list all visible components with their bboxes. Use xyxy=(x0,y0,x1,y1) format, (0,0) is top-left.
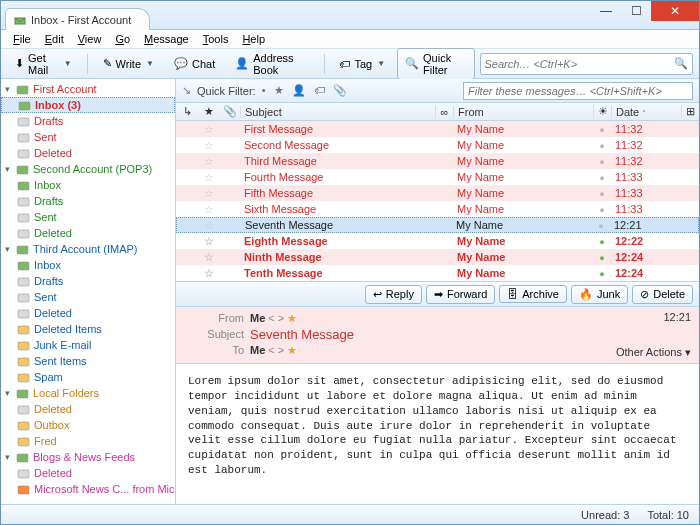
dot-icon[interactable]: • xyxy=(262,84,266,97)
menu-view[interactable]: View xyxy=(72,31,108,47)
col-from[interactable]: From xyxy=(453,106,593,118)
folder-row[interactable]: Sent xyxy=(1,289,175,305)
folder-row[interactable]: Deleted xyxy=(1,145,175,161)
col-date[interactable]: Date ˄ xyxy=(611,106,681,118)
folder-row[interactable]: Deleted xyxy=(1,401,175,417)
folder-row[interactable]: Spam xyxy=(1,369,175,385)
other-actions-button[interactable]: Other Actions ▾ xyxy=(616,346,691,359)
folder-row[interactable]: Sent xyxy=(1,209,175,225)
folder-row[interactable]: Deleted xyxy=(1,305,175,321)
twisty-icon[interactable]: ▾ xyxy=(3,244,12,254)
preview-body[interactable]: Lorem ipsum dolor sit amet, consectetur … xyxy=(176,364,699,504)
menu-help[interactable]: Help xyxy=(236,31,271,47)
folder-row[interactable]: Deleted xyxy=(1,225,175,241)
folder-row[interactable]: Drafts xyxy=(1,273,175,289)
account-row[interactable]: ▾Local Folders xyxy=(1,385,175,401)
chat-button[interactable]: 💬Chat xyxy=(166,53,223,74)
account-row[interactable]: ▾Blogs & News Feeds xyxy=(1,449,175,465)
star-icon[interactable]: ☆ xyxy=(198,235,220,248)
twisty-icon[interactable]: ▾ xyxy=(3,84,12,94)
menu-message[interactable]: Message xyxy=(138,31,195,47)
star-icon[interactable]: ☆ xyxy=(198,155,220,168)
folder-row[interactable]: Drafts xyxy=(1,193,175,209)
status-dot-icon[interactable] xyxy=(593,267,611,279)
star-icon[interactable]: ☆ xyxy=(198,123,220,136)
col-read[interactable]: ∞ xyxy=(435,106,453,118)
pin-icon[interactable]: ↘ xyxy=(182,84,191,97)
status-dot-icon[interactable] xyxy=(593,155,611,167)
write-button[interactable]: ✎Write▼ xyxy=(95,53,162,74)
tag-button[interactable]: 🏷Tag▼ xyxy=(331,54,393,74)
message-row[interactable]: ☆ Eighth Message My Name 12:22 xyxy=(176,233,699,249)
attachment-icon[interactable]: 📎 xyxy=(333,84,347,97)
message-row[interactable]: ☆ Fourth Message My Name 11:33 xyxy=(176,169,699,185)
folder-row[interactable]: Deleted Items xyxy=(1,321,175,337)
folder-row[interactable]: Deleted xyxy=(1,465,175,481)
maximize-button[interactable]: ☐ xyxy=(621,1,651,21)
twisty-icon[interactable]: ▾ xyxy=(3,452,12,462)
status-dot-icon[interactable] xyxy=(593,171,611,183)
status-dot-icon[interactable] xyxy=(593,251,611,263)
star-icon[interactable]: ★ xyxy=(287,312,297,324)
folder-tree[interactable]: ▾First AccountInbox (3)DraftsSentDeleted… xyxy=(1,79,176,504)
minimize-button[interactable]: — xyxy=(591,1,621,21)
message-row[interactable]: ☆ First Message My Name 11:32 xyxy=(176,121,699,137)
folder-row[interactable]: Junk E-mail xyxy=(1,337,175,353)
status-dot-icon[interactable] xyxy=(592,219,610,231)
menu-go[interactable]: Go xyxy=(109,31,136,47)
col-star[interactable]: ★ xyxy=(198,105,220,118)
menu-tools[interactable]: Tools xyxy=(197,31,235,47)
twisty-icon[interactable]: ▾ xyxy=(3,388,12,398)
reply-button[interactable]: ↩Reply xyxy=(365,285,422,304)
col-attachment[interactable]: 📎 xyxy=(220,105,240,118)
menu-edit[interactable]: Edit xyxy=(39,31,70,47)
folder-row[interactable]: Sent Items xyxy=(1,353,175,369)
junk-button[interactable]: 🔥Junk xyxy=(571,285,628,304)
message-row[interactable]: ☆ Sixth Message My Name 11:33 xyxy=(176,201,699,217)
account-row[interactable]: ▾Third Account (IMAP) xyxy=(1,241,175,257)
account-row[interactable]: ▾Second Account (POP3) xyxy=(1,161,175,177)
folder-row[interactable]: Inbox xyxy=(1,257,175,273)
star-icon[interactable]: ☆ xyxy=(198,139,220,152)
preview-from[interactable]: Me < > ★ xyxy=(250,312,297,325)
folder-row[interactable]: Inbox xyxy=(1,177,175,193)
archive-button[interactable]: 🗄Archive xyxy=(499,285,567,303)
message-row[interactable]: ☆ Seventh Message My Name 12:21 xyxy=(176,217,699,233)
account-row[interactable]: ▾First Account xyxy=(1,81,175,97)
folder-row[interactable]: Inbox (3) xyxy=(1,97,175,113)
contact-icon[interactable]: 👤 xyxy=(292,84,306,97)
delete-button[interactable]: ⊘Delete xyxy=(632,285,693,304)
status-dot-icon[interactable] xyxy=(593,139,611,151)
window-tab[interactable]: Inbox - First Account xyxy=(5,8,150,30)
col-thread[interactable]: ↳ xyxy=(176,105,198,118)
star-icon[interactable]: ☆ xyxy=(199,219,221,232)
col-status[interactable]: ☀ xyxy=(593,105,611,118)
folder-row[interactable]: Drafts xyxy=(1,113,175,129)
quick-filter-button[interactable]: 🔍Quick Filter xyxy=(397,48,475,80)
folder-row[interactable]: Microsoft News C... from Microsoft xyxy=(1,481,175,497)
status-dot-icon[interactable] xyxy=(593,203,611,215)
menu-file[interactable]: File xyxy=(7,31,37,47)
close-button[interactable]: ✕ xyxy=(651,1,699,21)
message-row[interactable]: ☆ Fifth Message My Name 11:33 xyxy=(176,185,699,201)
status-dot-icon[interactable] xyxy=(593,123,611,135)
star-icon[interactable]: ☆ xyxy=(198,251,220,264)
col-picker[interactable]: ⊞ xyxy=(681,105,699,118)
twisty-icon[interactable]: ▾ xyxy=(3,164,12,174)
message-list[interactable]: ☆ First Message My Name 11:32 ☆ Second M… xyxy=(176,121,699,281)
star-icon[interactable]: ★ xyxy=(274,84,284,97)
message-row[interactable]: ☆ Ninth Message My Name 12:24 xyxy=(176,249,699,265)
message-row[interactable]: ☆ Tenth Message My Name 12:24 xyxy=(176,265,699,281)
star-icon[interactable]: ★ xyxy=(287,344,297,356)
global-search[interactable]: 🔍 xyxy=(480,53,694,75)
address-book-button[interactable]: 👤Address Book xyxy=(227,48,316,80)
col-subject[interactable]: Subject xyxy=(240,106,435,118)
status-dot-icon[interactable] xyxy=(593,235,611,247)
filter-input[interactable] xyxy=(463,82,693,100)
tag-icon[interactable]: 🏷 xyxy=(314,84,325,97)
star-icon[interactable]: ☆ xyxy=(198,187,220,200)
message-row[interactable]: ☆ Third Message My Name 11:32 xyxy=(176,153,699,169)
status-dot-icon[interactable] xyxy=(593,187,611,199)
folder-row[interactable]: Fred xyxy=(1,433,175,449)
star-icon[interactable]: ☆ xyxy=(198,267,220,280)
